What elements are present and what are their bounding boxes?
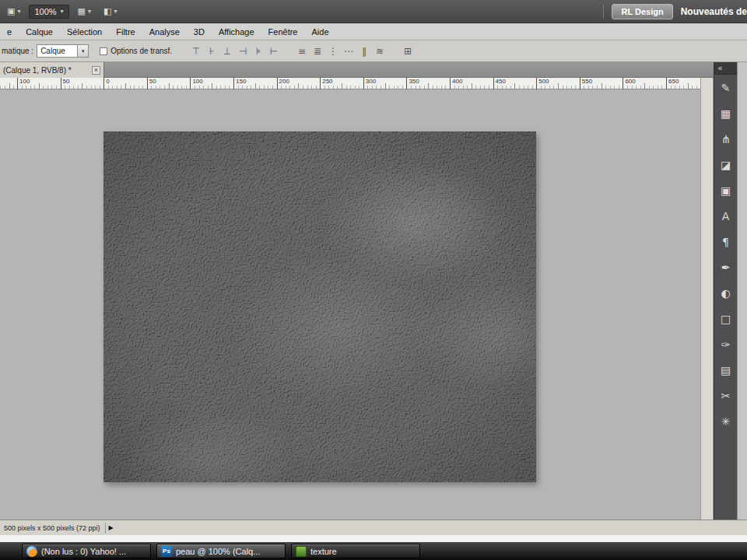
- auto-align-layers-icon[interactable]: ⊞: [401, 44, 415, 58]
- align-vertical-centers-icon[interactable]: ⊦: [205, 44, 219, 58]
- options-bar: matique : Calque ▾ Options de transf. ⊤⊦…: [0, 40, 747, 62]
- photoshop-window: ▣ ▾ 100% ▾ ▦ ▾ ◧ ▾ RL Design Nouveautés …: [0, 0, 747, 560]
- history-brush-tool-icon[interactable]: ⋔: [714, 126, 737, 152]
- chevron-down-icon: ▾: [88, 8, 91, 15]
- align-icon-group: ⊤⊦⊥⊣⊧⊢: [189, 44, 281, 58]
- ruler-tick-label: 150: [233, 78, 246, 89]
- close-icon[interactable]: ×: [92, 66, 100, 75]
- clone-stamp-tool-icon[interactable]: ▣: [714, 177, 737, 203]
- eraser-tool-icon[interactable]: ◪: [714, 152, 737, 177]
- app-extras-dropdown[interactable]: ▣ ▾: [3, 4, 24, 19]
- ruler-tick-label: 100: [17, 78, 30, 89]
- align-horizontal-centers-icon[interactable]: ⊧: [251, 44, 265, 58]
- chevron-down-icon: ▾: [17, 8, 20, 15]
- photoshop-icon: Ps: [161, 546, 172, 557]
- vertical-scrollbar[interactable]: [700, 78, 714, 520]
- ruler-tick-label: 250: [320, 78, 332, 89]
- distribute-icon-group: ≡≣⋮⋯∥≋: [295, 44, 387, 58]
- chevron-down-icon: ▾: [77, 45, 88, 57]
- menu-item-e[interactable]: e: [0, 25, 19, 39]
- panel-collapse-button[interactable]: «: [714, 62, 737, 75]
- distribute-left-edges-icon[interactable]: ⋯: [342, 44, 356, 58]
- menu-item-s-lection[interactable]: Sélection: [60, 25, 109, 39]
- ruler-tick-label: 650: [666, 78, 679, 89]
- taskbar-item-label: texture: [310, 547, 337, 556]
- hand-tool-icon[interactable]: ✳: [714, 408, 737, 434]
- ruler-tick-label: 50: [61, 78, 70, 89]
- align-right-edges-icon[interactable]: ⊢: [267, 44, 281, 58]
- document-image[interactable]: [103, 131, 536, 482]
- paragraph-tool-icon[interactable]: ¶: [714, 229, 737, 254]
- auto-align-group: ⊞: [401, 44, 415, 58]
- ruler-tick-label: 500: [536, 78, 549, 89]
- align-top-edges-icon[interactable]: ⊤: [189, 44, 203, 58]
- transform-options-label: Options de transf.: [110, 47, 172, 55]
- ruler-tick-label: 0: [103, 78, 109, 89]
- annotation-tool-icon[interactable]: ✑: [714, 331, 737, 357]
- document-size-status: 500 pixels x 500 pixels (72 ppi): [0, 523, 106, 534]
- view-extras-icon: ▦: [78, 6, 86, 16]
- taskbar-item-label: peau @ 100% (Calq...: [176, 547, 260, 556]
- auto-select-dropdown[interactable]: Calque ▾: [37, 44, 89, 58]
- distribute-bottom-edges-icon[interactable]: ⋮: [326, 44, 340, 58]
- distribute-right-edges-icon[interactable]: ≋: [373, 44, 387, 58]
- texture-shading-overlay: [103, 131, 536, 482]
- application-bar: ▣ ▾ 100% ▾ ▦ ▾ ◧ ▾ RL Design Nouveautés …: [0, 0, 747, 23]
- horizontal-ruler[interactable]: 1005005010015020025030035040045050055060…: [0, 78, 700, 89]
- type-tool-icon[interactable]: A: [714, 203, 737, 229]
- document-tab-title: (Calque 1, RVB/8) *: [3, 66, 89, 75]
- ruler-tick-label: 450: [493, 78, 506, 89]
- collapse-chevrons-icon: «: [717, 63, 723, 73]
- transform-options-checkbox[interactable]: Options de transf.: [100, 47, 172, 55]
- brush-tool-icon[interactable]: ✎: [714, 75, 737, 100]
- menu-item-calque[interactable]: Calque: [19, 25, 60, 39]
- zoom-level-value: 100%: [34, 7, 56, 16]
- 3d-rotate-tool-icon[interactable]: □: [714, 306, 737, 331]
- distribute-vertical-centers-icon[interactable]: ≣: [310, 44, 324, 58]
- pattern-stamp-tool-icon[interactable]: ▦: [714, 100, 737, 126]
- taskbar-item-yahoo[interactable]: (Non lus : 0) Yahoo! ...: [22, 544, 151, 558]
- status-bar: 500 pixels x 500 pixels (72 ppi) ▶: [0, 520, 747, 535]
- taskbar-item-label: (Non lus : 0) Yahoo! ...: [41, 547, 126, 556]
- app-extras-icon: ▣: [7, 6, 15, 16]
- tool-list: ✎▦⋔◪▣A¶✒◐□✑▤✂✳: [714, 75, 737, 434]
- ruler-tick-label: 200: [277, 78, 289, 89]
- camera-tool-icon[interactable]: ▤: [714, 357, 737, 383]
- ruler-tick-label: 300: [363, 78, 376, 89]
- pen-tool-icon[interactable]: ✒: [714, 254, 737, 280]
- appbar-separator: [603, 5, 604, 19]
- shape-tool-icon[interactable]: ◐: [714, 280, 737, 306]
- rl-design-button[interactable]: RL Design: [612, 4, 672, 19]
- menu-item-3d[interactable]: 3D: [187, 25, 212, 39]
- distribute-top-edges-icon[interactable]: ≡: [295, 44, 309, 58]
- auto-select-label: matique :: [0, 47, 37, 55]
- ruler-tick-label: 100: [190, 78, 202, 89]
- taskbar-item-photoshop[interactable]: Pspeau @ 100% (Calq...: [156, 544, 286, 558]
- panel-dock-edge: [737, 62, 747, 520]
- distribute-horizontal-centers-icon[interactable]: ∥: [357, 44, 371, 58]
- align-left-edges-icon[interactable]: ⊣: [236, 44, 250, 58]
- document-tab[interactable]: (Calque 1, RVB/8) * ×: [0, 62, 104, 78]
- menu-item-analyse[interactable]: Analyse: [142, 25, 187, 39]
- ruler-tick-label: 50: [147, 78, 156, 89]
- status-options-arrow-icon[interactable]: ▶: [109, 524, 114, 531]
- texture-icon: [296, 546, 307, 557]
- chevron-down-icon: ▾: [114, 8, 117, 15]
- align-bottom-edges-icon[interactable]: ⊥: [220, 44, 234, 58]
- zoom-level-dropdown[interactable]: 100% ▾: [29, 5, 68, 19]
- auto-select-value: Calque: [40, 47, 75, 55]
- view-extras-dropdown[interactable]: ▦ ▾: [74, 4, 95, 19]
- taskbar-item-texture[interactable]: texture: [291, 544, 420, 558]
- ruler-tick-label: 600: [622, 78, 635, 89]
- menu-item-filtre[interactable]: Filtre: [109, 25, 142, 39]
- menu-item-aide[interactable]: Aide: [305, 25, 336, 39]
- tool-panel: « ✎▦⋔◪▣A¶✒◐□✑▤✂✳: [714, 62, 737, 520]
- menu-item-fen-tre[interactable]: Fenêtre: [261, 25, 305, 39]
- ruler-tick-label: 350: [406, 78, 419, 89]
- document-tab-bar: (Calque 1, RVB/8) * ×: [0, 62, 714, 78]
- chevron-down-icon: ▾: [61, 8, 64, 15]
- cut-tool-icon[interactable]: ✂: [714, 383, 737, 408]
- screen-mode-dropdown[interactable]: ◧ ▾: [100, 4, 121, 19]
- checkbox-icon: [100, 47, 107, 55]
- menu-item-affichage[interactable]: Affichage: [212, 25, 261, 39]
